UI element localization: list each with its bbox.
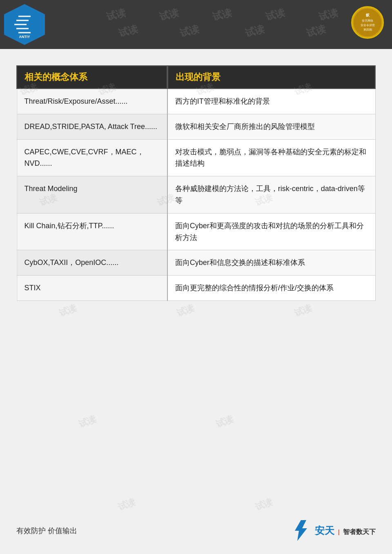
header-watermark-9: 试读 [305, 22, 327, 40]
footer-brand-name: 安天 [315, 525, 334, 536]
header-watermark-area: 试读 试读 试读 试读 试读 试读 试读 试读 试读 [45, 0, 392, 49]
concept-term: CAPEC,CWE,CVE,CVRF，MAEC，NVD...... [17, 139, 167, 176]
footer-logo: ANTIY 安天 | 智者数天下 [290, 519, 376, 542]
concept-term: CybOX,TAXII，OpenIOC...... [17, 250, 167, 276]
concept-term: Threat Modeling [17, 176, 167, 214]
svg-text:安天网络: 安天网络 [362, 19, 373, 22]
header-watermark-5: 试读 [317, 6, 340, 23]
header-watermark-4: 试读 [264, 6, 287, 23]
footer-logo-icon: ANTIY [290, 519, 312, 542]
table-row: Threat/Risk/Exposure/Asset......西方的IT管理和… [17, 89, 375, 114]
header-watermark-2: 试读 [158, 6, 180, 23]
concept-table: 相关的概念体系 出现的背景 Threat/Risk/Exposure/Asset… [16, 65, 376, 301]
header-watermark-1: 试读 [105, 6, 127, 23]
table-row: Kill Chain,钻石分析,TTP......面向Cyber和更高强度的攻击… [17, 213, 375, 250]
table-row: CybOX,TAXII，OpenIOC......面向Cyber和信息交换的描述… [17, 250, 375, 276]
concept-background: 面向更完整的综合性的情报分析/作业/交换的体系 [167, 276, 375, 301]
concept-term: STIX [17, 276, 167, 301]
antiy-logo: ANTIY [4, 4, 45, 45]
header-watermark-7: 试读 [178, 22, 201, 40]
svg-text:ANTIY: ANTIY [19, 35, 30, 39]
badge-circle: 蚁 安天网络 安全令训营 第四期 [351, 6, 384, 39]
table-row: STIX面向更完整的综合性的情报分析/作业/交换的体系 [17, 276, 375, 301]
concept-background: 对攻击模式，脆弱点，漏洞等各种基础的安全元素的标定和描述结构 [167, 139, 375, 176]
header-watermark-8: 试读 [244, 22, 266, 40]
page-watermark-13: 试读 [253, 496, 274, 514]
table-row: DREAD,STRIDE,PASTA, Attack Tree......微软和… [17, 114, 375, 139]
concept-term: Kill Chain,钻石分析,TTP...... [17, 213, 167, 250]
concept-term: DREAD,STRIDE,PASTA, Attack Tree...... [17, 114, 167, 139]
svg-text:第四期: 第四期 [363, 28, 372, 31]
logo-icon: ANTIY [10, 10, 39, 39]
footer-sub-text: 智者数天下 [343, 528, 376, 535]
concept-background: 面向Cyber和信息交换的描述和标准体系 [167, 250, 375, 276]
table-row: CAPEC,CWE,CVE,CVRF，MAEC，NVD......对攻击模式，脆… [17, 139, 375, 176]
badge-svg: 蚁 安天网络 安全令训营 第四期 [351, 7, 384, 38]
page-watermark-12: 试读 [116, 496, 137, 514]
footer-separator: | [338, 529, 340, 535]
footer-slogan: 有效防护 价值输出 [16, 526, 77, 536]
training-badge: 蚁 安天网络 安全令训营 第四期 [347, 4, 388, 41]
page-watermark-11: 试读 [214, 413, 235, 430]
page-watermark-10: 试读 [77, 413, 98, 430]
table-row: Threat Modeling各种威胁建模的方法论，工具，risk-centri… [17, 176, 375, 214]
col1-header: 相关的概念体系 [17, 66, 167, 89]
concept-background: 面向Cyber和更高强度的攻击和对抗的场景的分析工具和分析方法 [167, 213, 375, 250]
svg-marker-11 [295, 520, 307, 541]
concept-term: Threat/Risk/Exposure/Asset...... [17, 89, 167, 114]
page-footer: 有效防护 价值输出 ANTIY 安天 | 智者数天下 [0, 519, 392, 542]
concept-background: 微软和相关安全厂商所推出的风险管理模型 [167, 114, 375, 139]
header-watermark-6: 试读 [117, 22, 140, 40]
footer-brand-text: 安天 | 智者数天下 [315, 524, 376, 537]
col2-header: 出现的背景 [167, 66, 375, 89]
svg-text:安全令训营: 安全令训营 [361, 23, 375, 27]
svg-text:蚁: 蚁 [366, 13, 370, 17]
main-content: 相关的概念体系 出现的背景 Threat/Risk/Exposure/Asset… [0, 49, 392, 313]
concept-background: 西方的IT管理和标准化的背景 [167, 89, 375, 114]
concept-background: 各种威胁建模的方法论，工具，risk-centric，data-driven等等 [167, 176, 375, 214]
page-header: ANTIY 试读 试读 试读 试读 试读 试读 试读 试读 试读 蚁 安天网络 … [0, 0, 392, 49]
header-watermark-3: 试读 [211, 6, 234, 23]
